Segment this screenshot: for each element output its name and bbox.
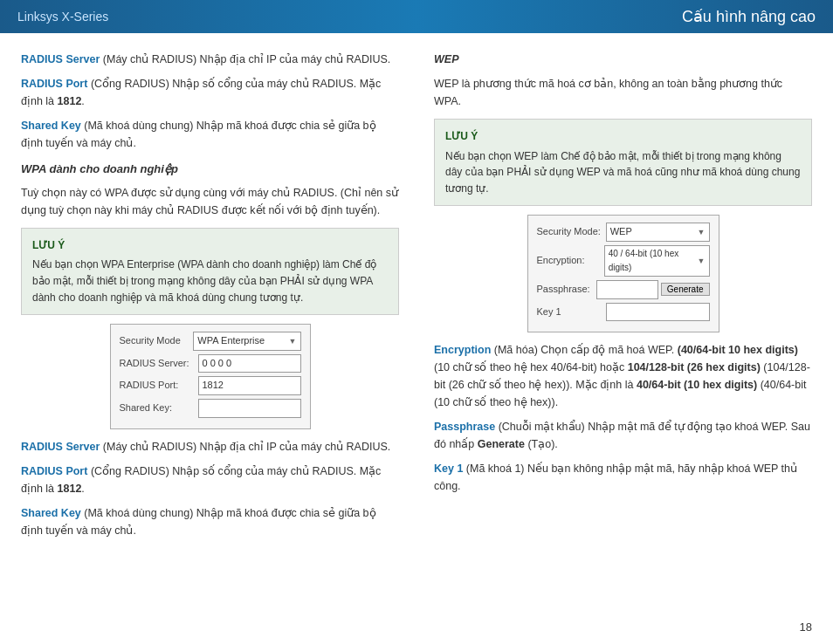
wep-sc-key1-row: Key 1 — [537, 303, 710, 322]
wep-sc-mode-label: Security Mode: — [537, 224, 606, 240]
passphrase-para: Passphrase (Chuỗi mật khẩu) Nhập mật mã … — [434, 418, 812, 453]
wep-sc-enc-dropdown[interactable]: 40 / 64-bit (10 hex digits) ▼ — [604, 245, 710, 277]
wpa-note-box: LƯU Ý Nếu bạn chọn WPA Enterprise (WPA d… — [21, 228, 399, 315]
wep-sc-pass-value — [596, 280, 657, 299]
wpa-paragraph: Tuỳ chọn này có WPA được sử dụng cùng vớ… — [21, 184, 399, 219]
shared-key-label: Shared Key — [21, 120, 81, 132]
right-column: WEP WEP là phương thức mã hoá cơ bản, kh… — [434, 51, 812, 627]
wep-sc-enc-row: Encryption: 40 / 64-bit (10 hex digits) … — [537, 245, 710, 277]
radius-port-bold: 1812 — [58, 95, 82, 107]
key1-text: (Mã khoá 1) Nếu bạn không nhập mật mã, h… — [434, 462, 797, 492]
sc-radius-label: RADIUS Server: — [120, 356, 198, 372]
page-header: Linksys X-Series Cấu hình nâng cao — [0, 0, 833, 33]
key1-label: Key 1 — [434, 462, 463, 475]
shared-key2-label: Shared Key — [21, 507, 81, 519]
shared-key2-para: Shared Key (Mã khoá dùng chung) Nhập mã … — [21, 504, 399, 539]
radius-server2-text: (Máy chủ RADIUS) Nhập địa chỉ IP của máy… — [103, 441, 390, 453]
key1-para: Key 1 (Mã khoá 1) Nếu bạn không nhập mật… — [434, 460, 812, 495]
wep-sc-enc-label: Encryption: — [537, 253, 604, 269]
wep-screenshot: Security Mode: WEP ▼ Encryption: 40 / 64… — [527, 215, 719, 332]
wep-sc-pass-label: Passphrase: — [537, 282, 597, 298]
encryption-bold3: 40/64-bit (10 hex digits) — [637, 379, 757, 391]
sc-port-label: RADIUS Port: — [120, 378, 198, 394]
encryption-label: Encryption — [434, 344, 491, 356]
radius-server2-para: RADIUS Server (Máy chủ RADIUS) Nhập địa … — [21, 438, 399, 456]
dropdown-arrow-icon: ▼ — [289, 335, 297, 347]
shared-key-para: Shared Key (Mã khoá dùng chung) Nhập mã … — [21, 117, 399, 152]
wep-sc-pass-row: Passphrase: Generate — [537, 280, 710, 299]
radius-server2-label: RADIUS Server — [21, 441, 100, 453]
passphrase-label: Passphrase — [434, 421, 495, 433]
wep-note-text: Nếu bạn chọn WEP làm Chế độ bảo mật, mỗi… — [445, 150, 800, 195]
sc-mode-dropdown[interactable]: WPA Enterprise ▼ — [193, 332, 300, 351]
encryption-bold2: 104/128-bit (26 hex digits) — [628, 361, 761, 373]
wpa-screenshot: Security Mode WPA Enterprise ▼ RADIUS Se… — [110, 324, 311, 428]
passphrase-text2: (Tạo). — [525, 438, 558, 450]
encryption-para: Encryption (Mã hóa) Chọn cấp độ mã hoá W… — [434, 341, 812, 411]
generate-button[interactable]: Generate — [661, 283, 710, 296]
wep-sc-key1-value — [606, 303, 710, 322]
sc-key-label: Shared Key: — [120, 401, 198, 416]
wep-heading: WEP — [434, 51, 812, 68]
encryption-text1: (Mã hóa) Chọn cấp độ mã hoá WEP. — [491, 344, 677, 356]
radius-server-label: RADIUS Server — [21, 53, 100, 65]
radius-port-para: RADIUS Port (Cổng RADIUS) Nhập số cổng c… — [21, 75, 399, 110]
sc-key-row: Shared Key: — [120, 399, 301, 418]
sc-radius-value: 0 0 0 0 — [198, 354, 301, 373]
header-brand: Linksys X-Series — [17, 10, 108, 24]
sc-port-row: RADIUS Port: 1812 — [120, 376, 301, 395]
radius-port2-label: RADIUS Port — [21, 465, 87, 477]
passphrase-bold: Generate — [478, 438, 525, 450]
wpa-note-title: LƯU Ý — [32, 237, 388, 254]
wpa-heading: WPA dành cho doanh nghiệp — [21, 161, 399, 179]
wep-heading-text: WEP — [434, 53, 458, 65]
wep-paragraph: WEP là phương thức mã hoá cơ bản, không … — [434, 75, 812, 110]
radius-port2-para: RADIUS Port (Cổng RADIUS) Nhập số cổng c… — [21, 462, 399, 497]
enc-dropdown-arrow-icon: ▼ — [698, 255, 706, 267]
radius-server-para: RADIUS Server (Máy chủ RADIUS) Nhập địa … — [21, 51, 399, 68]
wep-sc-mode-dropdown[interactable]: WEP ▼ — [606, 223, 710, 242]
header-title: Cấu hình nâng cao — [682, 7, 816, 26]
wep-note-title: LƯU Ý — [445, 128, 801, 145]
encryption-text2: (10 chữ số theo hệ hex 40/64-bit) hoặc — [434, 361, 628, 373]
sc-port-value: 1812 — [198, 376, 301, 395]
radius-port-label: RADIUS Port — [21, 78, 87, 90]
wpa-note-text: Nếu bạn chọn WPA Enterprise (WPA dành ch… — [32, 258, 376, 303]
sc-radius-row: RADIUS Server: 0 0 0 0 — [120, 354, 301, 373]
wep-note-box: LƯU Ý Nếu bạn chọn WEP làm Chế độ bảo mậ… — [434, 119, 812, 206]
left-column: RADIUS Server (Máy chủ RADIUS) Nhập địa … — [21, 51, 399, 627]
sc-key-value — [198, 399, 301, 418]
main-content: RADIUS Server (Máy chủ RADIUS) Nhập địa … — [0, 33, 833, 644]
page-number: 18 — [800, 620, 812, 634]
radius-port2-bold: 1812 — [58, 483, 82, 495]
sc-mode-row: Security Mode WPA Enterprise ▼ — [120, 332, 301, 351]
wep-sc-mode-row: Security Mode: WEP ▼ — [537, 223, 710, 242]
radius-server-text: (Máy chủ RADIUS) Nhập địa chỉ IP của máy… — [103, 53, 390, 65]
sc-mode-label: Security Mode — [120, 333, 194, 349]
wep-sc-key1-label: Key 1 — [537, 305, 606, 320]
wep-dropdown-arrow-icon: ▼ — [698, 226, 706, 238]
encryption-bold1: (40/64-bit 10 hex digits) — [678, 344, 798, 356]
